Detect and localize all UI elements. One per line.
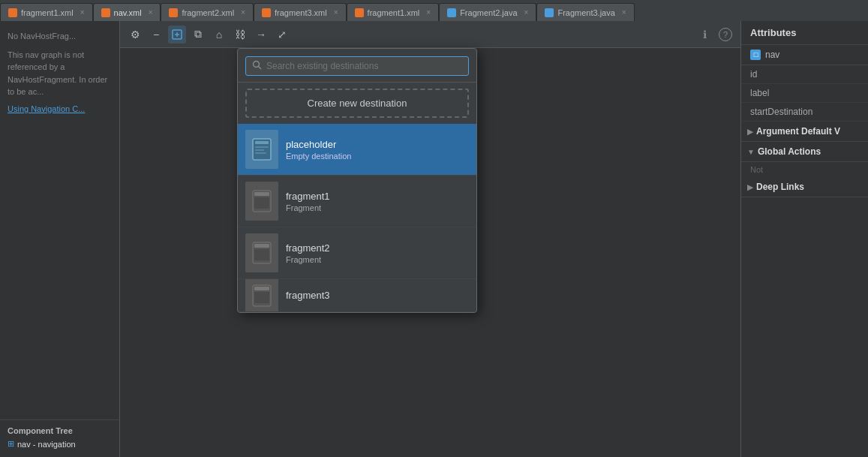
destination-list: placeholder Empty destination fra: [238, 124, 476, 312]
search-input[interactable]: [266, 61, 462, 71]
settings-button[interactable]: ⚙: [126, 26, 144, 44]
dest-info-fragment2: fragment2 Fragment: [286, 242, 469, 264]
svg-rect-21: [254, 292, 269, 303]
chevron-right-icon-2: ▶: [747, 183, 753, 191]
using-navigation-link[interactable]: Using Navigation C...: [0, 101, 119, 116]
settings-icon: ⚙: [131, 29, 140, 41]
attr-label-row: label: [741, 84, 868, 103]
attr-label-label: label: [750, 88, 859, 98]
link-button[interactable]: ⛓: [231, 26, 249, 44]
tab-fragment2-java[interactable]: Fragment2.java ×: [439, 3, 536, 21]
tab-fragment2-xml[interactable]: fragment2.xml ×: [161, 3, 254, 21]
dest-item-fragment2[interactable]: fragment2 Fragment: [238, 227, 476, 279]
help-button[interactable]: ?: [716, 26, 734, 44]
dest-type-placeholder: Empty destination: [286, 152, 469, 161]
arrow-button[interactable]: →: [252, 26, 270, 44]
search-input-wrap[interactable]: [245, 56, 469, 76]
help-icon: ?: [719, 28, 732, 41]
dest-type-fragment2: Fragment: [286, 255, 469, 264]
tab-fragment3-xml[interactable]: fragment3.xml ×: [254, 3, 347, 21]
close-icon[interactable]: ×: [149, 8, 153, 17]
search-icon: [252, 60, 262, 72]
dest-type-fragment1: Fragment: [286, 203, 469, 212]
tab-nav-xml[interactable]: nav.xml ×: [93, 3, 161, 21]
nav-tree-item[interactable]: ⊞ nav - navigation: [0, 437, 119, 451]
fragment3-thumbnail: [245, 279, 278, 312]
close-icon[interactable]: ×: [622, 8, 626, 17]
home-icon: ⌂: [216, 29, 222, 41]
close-icon[interactable]: ×: [241, 8, 245, 17]
svg-rect-12: [255, 152, 266, 154]
xml-icon: [8, 8, 17, 17]
global-actions-section[interactable]: ▼ Global Actions: [741, 142, 868, 162]
svg-point-6: [254, 62, 260, 68]
dest-info-fragment3: fragment3: [286, 290, 469, 301]
tab-bar: fragment1.xml × nav.xml × fragment2.xml …: [0, 0, 868, 21]
tab-fragment3-java[interactable]: Fragment3.java ×: [536, 3, 634, 21]
dest-item-placeholder[interactable]: placeholder Empty destination: [238, 124, 476, 176]
close-icon[interactable]: ×: [426, 8, 431, 17]
search-section: [238, 49, 476, 83]
description-text: This nav graph is not referenced by a Na…: [0, 46, 119, 101]
info-button[interactable]: ℹ: [695, 26, 713, 44]
main-area: No NavHostFrag... This nav graph is not …: [0, 21, 868, 457]
attr-id-label: id: [750, 69, 859, 80]
home-button[interactable]: ⌂: [210, 26, 228, 44]
close-icon[interactable]: ×: [80, 8, 85, 17]
dest-name-placeholder: placeholder: [286, 139, 469, 150]
destination-icon: [171, 29, 183, 41]
tab-label: fragment2.xml: [182, 8, 234, 17]
nav-tree-label: nav - navigation: [17, 440, 76, 449]
expand-icon: ⤢: [278, 29, 287, 41]
svg-rect-10: [255, 146, 269, 148]
create-destination-button[interactable]: Create new destination: [245, 89, 469, 118]
toolbar: ⚙ − ⧉ ⌂ ⛓ →: [120, 21, 740, 48]
add-destination-button[interactable]: [168, 26, 186, 44]
tab-label: fragment1.xml: [368, 8, 420, 17]
svg-rect-14: [254, 192, 269, 196]
arrow-icon: →: [256, 29, 266, 41]
xml-icon: [262, 8, 271, 17]
nav-tag-label: nav: [765, 50, 779, 60]
dest-info-fragment1: fragment1 Fragment: [286, 191, 469, 212]
no-nav-host-text: No NavHostFrag...: [0, 27, 119, 46]
expand-button[interactable]: ⤢: [273, 26, 291, 44]
nav-tree-icon: ⊞: [8, 439, 14, 449]
right-panel: Attributes ☐ nav id label startDestinati…: [740, 21, 868, 457]
xml-icon: [101, 8, 110, 17]
deep-links-section[interactable]: ▶ Deep Links: [741, 177, 868, 197]
component-tree-title: Component Tree: [0, 423, 119, 437]
nav-tag-row: ☐ nav: [741, 45, 868, 65]
close-icon[interactable]: ×: [334, 8, 338, 17]
tab-fragment1-xml[interactable]: fragment1.xml ×: [0, 3, 93, 21]
close-icon[interactable]: ×: [524, 8, 529, 17]
create-destination-label: Create new destination: [308, 98, 407, 109]
fragment2-thumbnail: [245, 233, 278, 272]
chevron-down-icon: ▼: [747, 148, 755, 156]
attr-id: id: [741, 65, 868, 84]
svg-rect-11: [255, 149, 264, 151]
dest-item-fragment1[interactable]: fragment1 Fragment: [238, 176, 476, 227]
fragment1-thumbnail: [245, 182, 278, 221]
center-area: ⚙ − ⧉ ⌂ ⛓ →: [120, 21, 740, 457]
svg-rect-20: [254, 287, 269, 290]
java-icon: [545, 8, 554, 17]
dest-item-fragment3[interactable]: fragment3: [238, 279, 476, 312]
global-actions-label: Global Actions: [758, 146, 821, 157]
placeholder-thumbnail: [245, 130, 278, 169]
copy-button[interactable]: ⧉: [189, 26, 207, 44]
zoom-out-button[interactable]: −: [147, 26, 165, 44]
tab-label: Fragment2.java: [460, 8, 517, 17]
tab-label: fragment3.xml: [275, 8, 327, 17]
global-actions-note: Not: [741, 162, 868, 177]
attributes-title: Attributes: [741, 21, 868, 45]
svg-rect-17: [254, 244, 269, 248]
argument-default-section[interactable]: ▶ Argument Default V: [741, 122, 868, 142]
deep-links-label: Deep Links: [756, 182, 804, 192]
tab-label: Fragment3.java: [557, 8, 614, 17]
tab-label: fragment1.xml: [21, 8, 74, 17]
tab-fragment1b-xml[interactable]: fragment1.xml ×: [347, 3, 440, 21]
dest-info-placeholder: placeholder Empty destination: [286, 139, 469, 161]
attr-start-dest: startDestination: [741, 103, 868, 122]
tab-label: nav.xml: [114, 8, 142, 17]
